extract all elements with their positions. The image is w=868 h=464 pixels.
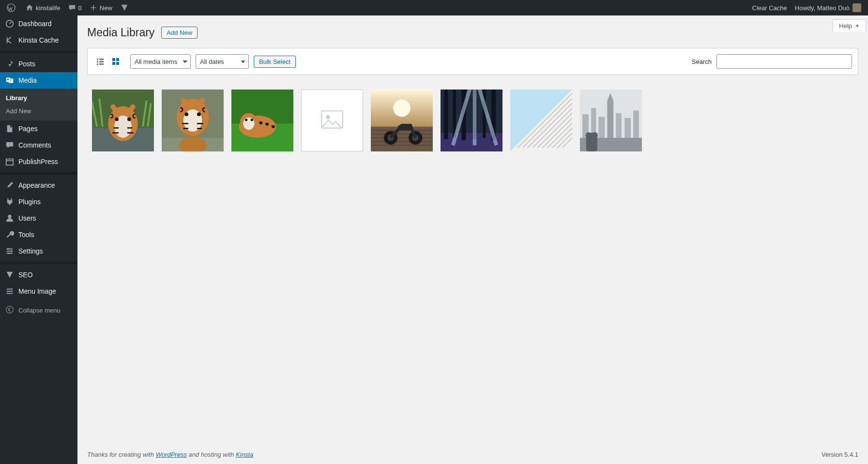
menu-label: Menu Image	[18, 287, 56, 295]
menu-label: PublishPress	[18, 158, 58, 165]
thumbnail-image	[92, 90, 154, 151]
menu-media[interactable]: Media	[0, 72, 77, 89]
svg-point-18	[184, 112, 188, 116]
media-item[interactable]	[92, 90, 154, 151]
menu-appearance[interactable]: Appearance	[0, 177, 77, 194]
kinsta-link[interactable]: Kinsta	[236, 451, 253, 458]
menu-kinsta-cache[interactable]: Kinsta Cache	[0, 32, 77, 48]
media-type-filter[interactable]: All media items	[130, 54, 191, 69]
collapse-menu[interactable]: Collapse menu	[0, 301, 77, 319]
chevron-down-icon: ▼	[855, 23, 860, 29]
svg-point-28	[251, 119, 253, 121]
media-item-placeholder[interactable]	[301, 90, 363, 151]
bulk-select-button[interactable]: Bulk Select	[254, 56, 296, 68]
svg-rect-61	[590, 145, 594, 151]
view-grid-button[interactable]	[109, 55, 122, 68]
new-content-link[interactable]: New	[86, 0, 116, 15]
menu-label: Kinsta Cache	[18, 36, 59, 44]
svg-point-5	[7, 248, 9, 250]
menu-comments[interactable]: Comments	[0, 137, 77, 153]
plug-icon	[5, 197, 15, 206]
menu-label: Dashboard	[18, 20, 52, 28]
menu-label: Comments	[18, 141, 51, 149]
menu-seo[interactable]: SEO	[0, 267, 77, 283]
dashboard-icon	[5, 19, 15, 28]
svg-point-19	[197, 112, 201, 116]
svg-point-60	[592, 132, 598, 138]
wordpress-link[interactable]: WordPress	[156, 451, 187, 458]
menu-tools[interactable]: Tools	[0, 226, 77, 243]
media-grid	[87, 75, 858, 151]
svg-rect-54	[633, 111, 639, 139]
svg-rect-51	[598, 117, 605, 139]
menu-separator	[0, 172, 77, 175]
help-label: Help	[839, 22, 852, 30]
comment-icon	[5, 141, 15, 150]
home-icon	[26, 4, 33, 12]
media-item[interactable]	[510, 90, 572, 151]
svg-point-7	[8, 253, 10, 254]
menu-settings[interactable]: Settings	[0, 243, 77, 259]
media-item[interactable]	[441, 90, 503, 151]
menu-menu-image[interactable]: Menu Image	[0, 283, 77, 299]
site-name-link[interactable]: kinstalife	[22, 0, 64, 15]
thumbnail-image	[441, 90, 503, 151]
view-list-button[interactable]	[93, 55, 107, 68]
menu-pages[interactable]: Pages	[0, 120, 77, 137]
media-item[interactable]	[371, 90, 433, 151]
yoast-adminbar[interactable]	[116, 0, 135, 15]
menu-media-submenu: Library Add New	[0, 89, 77, 120]
collapse-icon	[5, 305, 15, 315]
menu-separator	[0, 51, 77, 53]
wrench-icon	[5, 230, 15, 239]
user-icon	[5, 214, 15, 223]
submenu-add-new[interactable]: Add New	[0, 105, 77, 118]
media-item[interactable]	[231, 90, 293, 151]
menu-posts[interactable]: Posts	[0, 56, 77, 72]
thumbnail-image	[580, 90, 642, 151]
svg-point-14	[127, 118, 131, 121]
wp-logo[interactable]	[3, 0, 22, 15]
new-label: New	[100, 4, 112, 12]
menu-label: Tools	[18, 231, 34, 239]
media-toolbar: All media items All dates Bulk Select Se…	[87, 48, 858, 75]
kinsta-icon	[5, 36, 15, 45]
menu-dashboard[interactable]: Dashboard	[0, 15, 77, 32]
comment-bubble-icon	[68, 4, 76, 12]
howdy-link[interactable]: Howdy, Matteo Duò	[791, 0, 865, 15]
lines-icon	[5, 287, 15, 296]
placeholder-image-icon	[320, 108, 345, 133]
add-new-button[interactable]: Add New	[161, 27, 198, 39]
help-tab[interactable]: Help ▼	[833, 19, 866, 32]
menu-label: Media	[18, 76, 37, 84]
search-input[interactable]	[716, 54, 852, 69]
clear-cache-link[interactable]: Clear Cache	[748, 0, 791, 15]
menu-publishpress[interactable]: PublishPress	[0, 153, 77, 170]
menu-label: Appearance	[18, 181, 55, 189]
media-item[interactable]	[580, 90, 642, 151]
submenu-library[interactable]: Library	[0, 91, 77, 105]
sliders-icon	[5, 247, 15, 255]
calendar-icon	[5, 157, 15, 166]
yoast-menu-icon	[5, 270, 15, 279]
menu-users[interactable]: Users	[0, 210, 77, 226]
svg-point-30	[326, 115, 330, 119]
menu-label: Pages	[18, 125, 38, 133]
list-view-icon	[95, 57, 105, 66]
svg-rect-55	[607, 101, 613, 139]
svg-point-59	[586, 132, 592, 138]
menu-separator	[0, 262, 77, 264]
svg-point-8	[6, 306, 13, 313]
comments-link[interactable]: 0	[64, 0, 86, 15]
thumbnail-image	[162, 90, 224, 151]
thumbnail-image	[231, 90, 293, 151]
media-item[interactable]	[162, 90, 224, 151]
menu-label: SEO	[18, 271, 33, 279]
thumbnail-image	[510, 90, 572, 151]
svg-point-6	[11, 250, 13, 252]
page-title: Media Library	[87, 26, 154, 39]
plus-icon	[90, 4, 97, 12]
collapse-label: Collapse menu	[18, 307, 61, 314]
date-filter[interactable]: All dates	[196, 54, 249, 69]
menu-plugins[interactable]: Plugins	[0, 194, 77, 210]
